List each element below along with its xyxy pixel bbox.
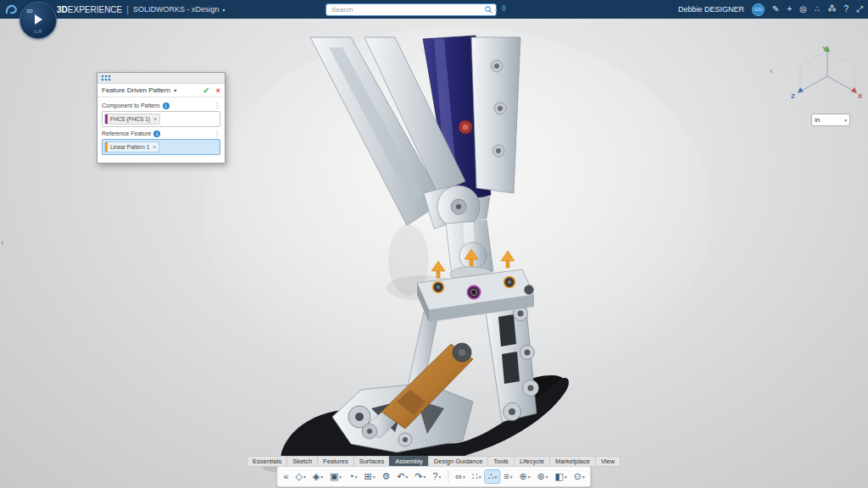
toolbar-smart-fastener[interactable]: ⊕▾ (517, 470, 533, 483)
chevron-down-icon: ▾ (339, 474, 342, 481)
units-dropdown[interactable]: in ▾ (811, 114, 850, 126)
reference-feature-label: Reference Feature (102, 130, 151, 136)
edit-icon[interactable]: ✎ (772, 5, 779, 14)
gear-icon: ⚙ (381, 472, 390, 481)
pylon[interactable] (446, 220, 493, 282)
help-icon: ? (432, 472, 437, 481)
pattern-icon (101, 75, 111, 81)
play-icon[interactable] (35, 14, 42, 25)
search-options-chevron-icon[interactable]: ▾ (494, 7, 497, 13)
remove-chip-icon[interactable]: × (153, 144, 156, 150)
chevron-down-icon[interactable]: ▾ (222, 7, 225, 13)
toolbar-new-component[interactable]: ◈▾ (310, 470, 326, 483)
section-menu-icon[interactable]: ⋮ (214, 102, 220, 109)
community-icon[interactable]: ⁂ (827, 5, 836, 14)
selection-chip[interactable]: Linear Pattern 1 × (104, 141, 159, 152)
help-icon[interactable]: ? (843, 5, 849, 14)
brand-experience: EXPERIENCE (68, 5, 122, 14)
axis-z-label: Z (791, 92, 795, 100)
toolbar-measure[interactable]: ◔▾ (346, 470, 359, 483)
search-icon[interactable] (485, 6, 492, 14)
tab-view[interactable]: View (595, 456, 620, 467)
new-component-icon: ◈ (313, 472, 320, 481)
chevron-down-icon: ▾ (355, 474, 358, 481)
toolbar-undo[interactable]: ↶▾ (394, 470, 410, 483)
app-switcher[interactable]: 3D EXPERIENCE | SOLIDWORKS - xDesign ▾ (57, 5, 225, 14)
3ds-logo-icon (4, 3, 19, 16)
search-bar[interactable] (326, 3, 497, 16)
toolbar-exploded-view[interactable]: ⊛▾ (535, 470, 551, 483)
toolbar-feature-driven-pattern[interactable]: ∴▾ (486, 470, 500, 483)
toolbar-component-pattern[interactable]: ∷▾ (470, 470, 484, 483)
exploded-view-icon: ⊛ (537, 472, 545, 481)
dialog-drag-handle[interactable] (97, 73, 225, 84)
reference-feature-field[interactable]: Linear Pattern 1 × (102, 139, 220, 155)
user-name[interactable]: Debbie DESIGNER (678, 5, 744, 14)
chip-color-bar (105, 142, 108, 152)
toolbar-mate[interactable]: ∞▾ (453, 470, 468, 483)
right-panel-collapse-icon[interactable]: ‹ (770, 65, 773, 75)
brand-3d: 3D (57, 5, 68, 14)
cancel-button[interactable]: × (216, 86, 220, 95)
chevron-down-icon: ▾ (528, 474, 531, 481)
toolbar-scroll-left[interactable]: « (281, 470, 291, 483)
add-icon[interactable]: + (787, 5, 792, 14)
toolbar-redo[interactable]: ↷▾ (412, 470, 428, 483)
toolbar-bom-table[interactable]: ⊞▾ (362, 470, 378, 483)
remove-chip-icon[interactable]: × (153, 116, 157, 122)
selection-count-badge: 1 (163, 103, 170, 109)
section-menu-icon[interactable]: ⋮ (214, 130, 220, 137)
mate-icon: ∞ (455, 472, 462, 481)
axis-x-label: X (858, 92, 863, 100)
chevron-down-icon: ▾ (495, 474, 498, 481)
axis-y-label: Y (822, 45, 827, 53)
toolbar-separator (448, 470, 448, 483)
toolbar-interference-check[interactable]: ⊙▾ (571, 470, 587, 483)
orientation-triad[interactable]: Y X Z (790, 42, 865, 107)
toolbar-section-view[interactable]: ◧▾ (553, 470, 570, 483)
toolbar-save[interactable]: ▣▾ (327, 470, 344, 483)
interference-check-icon: ⊙ (574, 472, 581, 481)
chip-color-bar (105, 114, 108, 124)
bom-table-icon: ⊞ (364, 472, 372, 481)
undo-icon: ↶ (397, 472, 404, 481)
fullscreen-icon[interactable]: ⤢ (856, 5, 863, 14)
component-pattern-icon: ∷ (472, 472, 478, 481)
component-to-pattern-field[interactable]: FHCS (FHCS 1) × (102, 111, 220, 127)
3d-compass[interactable]: 3D ILR (19, 2, 57, 39)
selection-count-badge: 1 (153, 130, 160, 137)
toolbar-linear-pattern[interactable]: ≡▾ (501, 470, 515, 483)
compass-icon[interactable]: ◎ (799, 5, 807, 14)
units-value: in (815, 116, 820, 124)
left-panel-collapse-icon[interactable]: ‹ (1, 237, 4, 247)
chevron-down-icon: ▾ (546, 474, 548, 481)
compass-3d-label: 3D (26, 8, 33, 14)
chevron-down-icon: ▾ (463, 474, 465, 481)
dialog-title: Feature Driven Pattern (102, 86, 170, 94)
share-icon[interactable]: ∴ (815, 5, 820, 14)
tag-icon[interactable]: ◊ (502, 3, 506, 13)
user-avatar-badge[interactable]: CO (752, 3, 765, 16)
chevron-down-icon[interactable]: ▼ (173, 88, 177, 93)
redo-icon: ↷ (415, 472, 422, 481)
chevron-down-icon: ▾ (406, 474, 409, 481)
chip-label: Linear Pattern 1 (110, 144, 149, 150)
toolbar-insert-component[interactable]: ◇▾ (292, 470, 308, 483)
chevron-down-icon: ▾ (303, 474, 306, 481)
toolbar-help[interactable]: ?▾ (430, 470, 443, 483)
selection-chip[interactable]: FHCS (FHCS 1) × (104, 114, 160, 125)
chevron-down-icon: ▾ (510, 474, 513, 481)
chevron-down-icon: ▾ (320, 474, 323, 481)
smart-fastener-icon: ⊕ (520, 472, 527, 481)
chevron-down-icon: ▾ (479, 474, 481, 481)
search-input[interactable] (330, 5, 485, 14)
chevron-down-icon: ▾ (424, 474, 426, 481)
section-view-icon: ◧ (555, 472, 564, 481)
compass-ilr-label: ILR (20, 30, 56, 34)
toolbar-settings[interactable]: ⚙ (379, 470, 392, 483)
save-icon: ▣ (330, 472, 338, 481)
feature-driven-pattern-icon: ∴ (488, 472, 494, 481)
component-to-pattern-label: Component to Pattern (102, 103, 160, 108)
confirm-button[interactable]: ✓ (203, 86, 209, 95)
chevron-down-icon: ▾ (373, 474, 376, 481)
